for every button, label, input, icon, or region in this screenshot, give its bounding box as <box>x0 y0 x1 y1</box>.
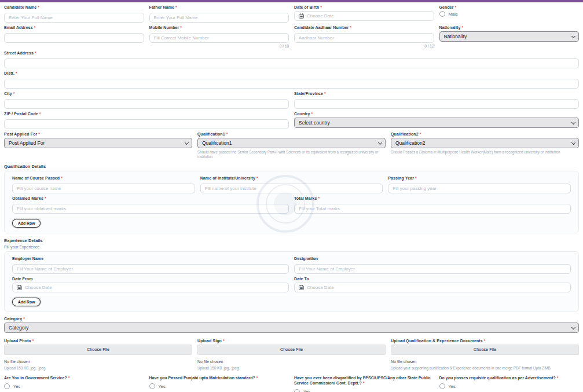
city-input[interactable] <box>4 99 289 109</box>
upload-documents-status: No file chosen <box>391 360 579 364</box>
label-text: Qualification1 <box>197 132 225 136</box>
govt-service-yes-radio[interactable] <box>4 383 10 389</box>
distt-field: Distt.* <box>4 71 579 89</box>
total-marks-input[interactable] <box>294 204 571 214</box>
obtained-marks-input[interactable] <box>12 204 289 214</box>
employer-name-input[interactable] <box>12 264 289 274</box>
qualification2-select[interactable]: Qualification2 <box>391 138 579 148</box>
gender-field: Gender* Male <box>439 5 580 23</box>
upload-sign-choose-file-button[interactable]: Choose File <box>197 345 386 355</box>
street-address-field: Street Address* <box>4 51 579 68</box>
date-to-input[interactable]: Choose Date <box>294 283 571 292</box>
course-passed-input[interactable] <box>12 184 195 193</box>
label-text: Date To <box>294 277 309 281</box>
required-asterisk: * <box>320 5 322 9</box>
total-marks-label: Total Marks* <box>294 196 571 200</box>
mobile-number-input[interactable] <box>149 33 289 43</box>
aadhaar-label: Candidate Aadhaar Number* <box>294 25 434 30</box>
required-asterisk: * <box>311 112 313 116</box>
gender-male-radio[interactable] <box>439 11 445 17</box>
aadhaar-input[interactable] <box>294 33 434 43</box>
required-asterisk: * <box>35 51 36 55</box>
zip-input[interactable] <box>4 119 289 129</box>
requisite-question-label: Do you posses requisite qualification as… <box>439 375 580 380</box>
upload-documents-choose-file-button[interactable]: Choose File <box>391 345 579 355</box>
upload-sign-helper: Upload 150 KB .jpg, .jpeg <box>197 366 386 371</box>
requisite-yes-label: Yes <box>449 384 456 389</box>
nationality-label: Nationality* <box>439 25 580 30</box>
label-text: Are You in Government Service? <box>4 376 67 380</box>
upload-documents-label: Upload Qualification & Experience Docume… <box>391 339 579 343</box>
label-text: Country <box>294 112 310 116</box>
disqualified-yes-radio[interactable] <box>294 389 300 392</box>
label-text: Father Name <box>149 5 175 9</box>
date-of-birth-label: Date of Birth* <box>294 5 434 9</box>
designation-field: Designation <box>294 257 571 274</box>
required-asterisk: * <box>484 339 486 343</box>
requisite-question: Do you posses requisite qualification as… <box>439 375 580 392</box>
state-province-input[interactable] <box>294 99 579 109</box>
post-applied-selected-value: Post Applied For <box>9 140 45 146</box>
required-asterisk: * <box>256 376 258 380</box>
employer-name-field: Employer Name <box>12 257 289 274</box>
punjabi-question-label: Have you Passed Punjabi upto Matriculati… <box>149 375 289 380</box>
label-text: Upload Qualification & Experience Docume… <box>391 339 483 343</box>
email-field: Email Address* <box>4 25 144 48</box>
required-asterisk: * <box>61 176 63 180</box>
passing-year-input[interactable] <box>388 184 571 193</box>
chevron-down-icon <box>571 120 575 124</box>
label-text: City <box>4 91 12 96</box>
city-label: City* <box>4 91 289 96</box>
required-asterisk: * <box>350 25 351 30</box>
street-address-input[interactable] <box>4 58 579 68</box>
date-of-birth-input[interactable]: Choose Date <box>294 11 434 21</box>
date-placeholder: Choose Date <box>307 285 334 290</box>
institute-input[interactable] <box>200 184 383 193</box>
qualification1-select[interactable]: Qualification1 <box>197 138 386 148</box>
zip-label: ZIP / Postal Code* <box>4 112 289 116</box>
label-text: Nationality <box>439 25 461 30</box>
required-asterisk: * <box>256 176 258 180</box>
country-field: Country* Select country <box>294 112 579 129</box>
chevron-down-icon <box>378 141 382 145</box>
distt-input[interactable] <box>4 79 579 89</box>
post-applied-select[interactable]: Post Applied For <box>4 138 192 148</box>
punjabi-yes-radio[interactable] <box>149 383 155 389</box>
label-text: Qualification2 <box>391 132 419 136</box>
label-text: Gender <box>439 5 454 9</box>
label-text: Upload Photo <box>4 339 31 343</box>
country-label: Country* <box>294 112 579 116</box>
experience-add-row-button[interactable]: Add Row <box>12 298 41 306</box>
category-select[interactable]: Category <box>4 323 579 333</box>
required-asterisk: * <box>318 196 320 200</box>
course-passed-field: Name of Course Passed* <box>12 176 195 193</box>
country-select[interactable]: Select country <box>294 118 579 128</box>
mobile-number-label: Mobile Number* <box>149 25 289 30</box>
nationality-selected-value: Nationality <box>444 34 467 39</box>
required-asterisk: * <box>363 381 365 385</box>
upload-photo-status: No file chosen <box>4 360 192 364</box>
category-field: Category* Category <box>4 317 579 333</box>
father-name-input[interactable] <box>149 13 289 23</box>
upload-photo-section: Upload Photo* Choose File No file chosen… <box>4 339 192 371</box>
qualification-details-card: Name of Course Passed* Name of Institute… <box>4 171 579 233</box>
obtained-marks-field: Obtained Marks* <box>12 196 289 214</box>
required-asterisk: * <box>23 317 25 321</box>
state-province-label: State/Province* <box>294 91 579 96</box>
label-text: Passing Year <box>388 176 414 180</box>
date-from-label: Date From <box>12 277 289 281</box>
qualification2-selected-value: Qualification2 <box>395 140 426 146</box>
nationality-select[interactable]: Nationality <box>439 31 580 42</box>
qualification2-label: Qualification2* <box>391 132 579 136</box>
email-label: Email Address* <box>4 25 144 30</box>
label-text: Do you posses requisite qualification as… <box>439 376 556 380</box>
qualification-add-row-button[interactable]: Add Row <box>12 219 41 228</box>
email-input[interactable] <box>4 33 144 43</box>
required-asterisk: * <box>415 176 417 180</box>
qualification1-selected-value: Qualification1 <box>202 140 232 146</box>
upload-photo-choose-file-button[interactable]: Choose File <box>4 345 192 355</box>
designation-input[interactable] <box>294 264 571 274</box>
requisite-yes-radio[interactable] <box>439 383 445 389</box>
candidate-name-input[interactable] <box>4 13 144 23</box>
date-from-input[interactable]: Choose Date <box>12 283 289 292</box>
